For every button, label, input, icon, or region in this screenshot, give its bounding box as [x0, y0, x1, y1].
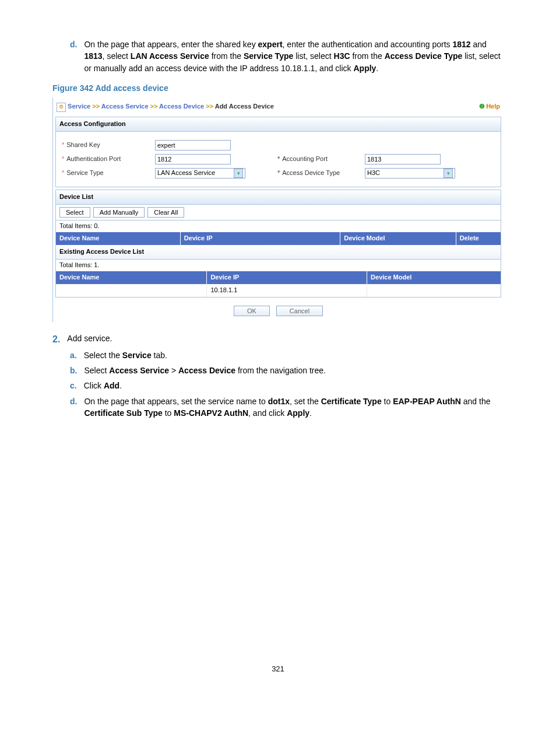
- col-device-name: Device Name: [56, 271, 207, 284]
- table-row: 10.18.1.1: [56, 284, 501, 297]
- cell-name: [56, 284, 207, 297]
- ordered-item-2d: d. On the page that appears, set the ser…: [70, 396, 504, 419]
- acct-port-label: *Accounting Port: [277, 155, 365, 164]
- panel-title: Access Configuration: [56, 117, 501, 132]
- col-device-ip: Device IP: [181, 232, 341, 245]
- breadcrumb: Service >> Access Service >> Access Devi…: [68, 103, 274, 110]
- item-text: Select Access Service > Access Device fr…: [84, 365, 326, 376]
- item-letter: d.: [70, 38, 77, 74]
- shared-key-label: *Shared Key: [62, 141, 155, 150]
- item-text: Select the Service tab.: [84, 349, 167, 361]
- figure-caption: Figure 342 Add access device: [52, 82, 504, 94]
- service-type-select[interactable]: LAN Access Service▾: [155, 168, 245, 178]
- crumb-current: Add Access Device: [215, 103, 274, 110]
- item-number: 2.: [52, 332, 60, 346]
- cancel-button[interactable]: Cancel: [276, 306, 323, 316]
- auth-port-label: *Authentication Port: [62, 155, 155, 164]
- device-list-header: Device Name Device IP Device Model Delet…: [56, 232, 501, 245]
- access-dev-type-select[interactable]: H3C▾: [365, 168, 455, 178]
- item-text: On the page that appears, enter the shar…: [84, 38, 504, 74]
- access-configuration-panel: Access Configuration *Shared Key *Authen…: [55, 117, 501, 187]
- access-dev-type-label: *Access Device Type: [277, 169, 365, 178]
- chevron-down-icon: ▾: [234, 169, 243, 178]
- ordered-item-2: 2. Add service.: [52, 332, 504, 346]
- ordered-item-2b: b. Select Access Service > Access Device…: [70, 365, 504, 376]
- crumb-access-device[interactable]: Access Device: [159, 103, 204, 110]
- col-delete: Delete: [456, 232, 501, 245]
- select-button[interactable]: Select: [59, 207, 90, 218]
- existing-header: Device Name Device IP Device Model: [56, 271, 501, 284]
- ok-button[interactable]: OK: [234, 306, 270, 316]
- clear-all-button[interactable]: Clear All: [147, 207, 184, 218]
- item-letter: b.: [70, 365, 77, 376]
- col-device-name: Device Name: [56, 232, 181, 245]
- screenshot-figure: ❷Help ⚙ Service >> Access Service >> Acc…: [52, 97, 504, 322]
- existing-list-title: Existing Access Device List: [56, 245, 501, 260]
- help-link[interactable]: ❷Help: [479, 102, 500, 111]
- col-device-model: Device Model: [340, 232, 456, 245]
- col-device-model: Device Model: [367, 271, 501, 284]
- item-text: Click Add.: [84, 380, 122, 391]
- col-device-ip: Device IP: [207, 271, 367, 284]
- ordered-item-2c: c. Click Add.: [70, 380, 504, 391]
- cell-ip: 10.18.1.1: [207, 284, 367, 297]
- item-text: Add service.: [67, 332, 112, 346]
- device-list-total: Total Items: 0.: [56, 220, 501, 232]
- ordered-item-d: d. On the page that appears, enter the s…: [70, 38, 504, 74]
- shared-key-input[interactable]: [155, 140, 231, 150]
- existing-total: Total Items: 1.: [56, 260, 501, 271]
- auth-port-input[interactable]: [155, 154, 231, 164]
- crumb-access-service[interactable]: Access Service: [101, 103, 149, 110]
- crumb-service[interactable]: Service: [68, 103, 90, 110]
- add-manually-button[interactable]: Add Manually: [93, 207, 145, 218]
- acct-port-input[interactable]: [365, 154, 441, 164]
- item-letter: c.: [70, 380, 77, 391]
- item-letter: d.: [70, 396, 77, 419]
- device-list-panel: Device List Select Add Manually Clear Al…: [55, 190, 501, 298]
- app-icon: ⚙: [57, 103, 66, 112]
- cell-model: [367, 284, 501, 297]
- item-letter: a.: [70, 349, 77, 361]
- help-icon: ❷: [479, 103, 485, 110]
- page-number: 321: [52, 664, 504, 675]
- item-text: On the page that appears, set the servic…: [84, 396, 504, 419]
- device-list-title: Device List: [56, 190, 501, 205]
- service-type-label: *Service Type: [62, 169, 155, 178]
- ordered-item-2a: a. Select the Service tab.: [70, 349, 504, 361]
- chevron-down-icon: ▾: [444, 169, 453, 178]
